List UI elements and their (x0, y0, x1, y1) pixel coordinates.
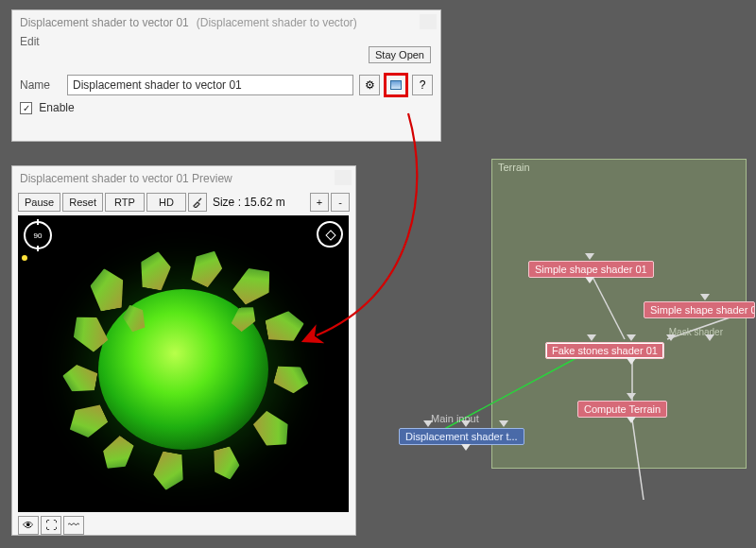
preview-toolbar: Pause Reset RTP HD Size : 15.62 m + - (12, 191, 355, 215)
close-icon[interactable] (420, 14, 437, 29)
brush-icon[interactable] (188, 193, 207, 212)
enable-checkbox[interactable] (20, 102, 32, 114)
eye-icon[interactable]: 👁 (18, 516, 39, 535)
pause-button[interactable]: Pause (18, 193, 60, 212)
close-icon[interactable] (335, 170, 352, 185)
show-preview-icon[interactable] (386, 75, 406, 95)
svg-line-0 (592, 275, 625, 339)
preview-dialog: Displacement shader to vector 01 Preview… (11, 165, 356, 536)
sun-indicator-icon (22, 255, 27, 261)
mask-shader-label: Mask shader (669, 327, 723, 337)
node-simple-shape-shader-2[interactable]: Simple shape shader 0 (644, 301, 755, 318)
preview-viewport[interactable]: 90 (18, 215, 349, 512)
rtp-button[interactable]: RTP (105, 193, 145, 212)
curve-icon[interactable]: 〰 (63, 516, 84, 535)
compass-icon[interactable]: 90 (24, 221, 52, 249)
hd-button[interactable]: HD (146, 193, 186, 212)
rendered-object (60, 256, 306, 483)
preview-title: Displacement shader to vector 01 Preview (12, 166, 355, 191)
orbit-control-icon[interactable] (317, 221, 343, 248)
main-input-label: Main input (431, 413, 479, 424)
fit-icon[interactable]: ⛶ (41, 516, 61, 535)
preview-bottom-toolbar: 👁 ⛶ 〰 (12, 512, 355, 539)
node-fake-stones-shader[interactable]: Fake stones shader 01 (545, 342, 664, 359)
node-graph-terrain-group[interactable]: Terrain Simple shape shader 01 Simple sh… (491, 159, 747, 469)
dialog-titlebar[interactable]: Displacement shader to vector 01 (Displa… (12, 10, 440, 31)
enable-label: Enable (39, 101, 74, 114)
zoom-out-button[interactable]: - (331, 193, 350, 212)
help-icon[interactable]: ? (412, 75, 433, 95)
node-simple-shape-shader-1[interactable]: Simple shape shader 01 (528, 261, 654, 278)
size-label: Size : 15.62 m (209, 196, 289, 209)
dialog-title: Displacement shader to vector 01 (20, 16, 189, 29)
name-label: Name (20, 78, 61, 92)
name-input[interactable] (67, 75, 353, 95)
stay-open-button[interactable]: Stay Open (369, 46, 431, 63)
node-properties-dialog: Displacement shader to vector 01 (Displa… (11, 9, 441, 142)
preview-window-icon (390, 80, 402, 90)
node-compute-terrain[interactable]: Compute Terrain (577, 401, 667, 418)
group-title: Terrain (498, 162, 530, 173)
dialog-subtitle: (Displacement shader to vector) (197, 16, 357, 29)
node-displacement-shader[interactable]: Displacement shader t... (399, 428, 524, 445)
zoom-in-button[interactable]: + (310, 193, 329, 212)
gear-icon[interactable]: ⚙ (359, 75, 380, 95)
svg-line-3 (632, 420, 644, 500)
reset-button[interactable]: Reset (62, 193, 103, 212)
